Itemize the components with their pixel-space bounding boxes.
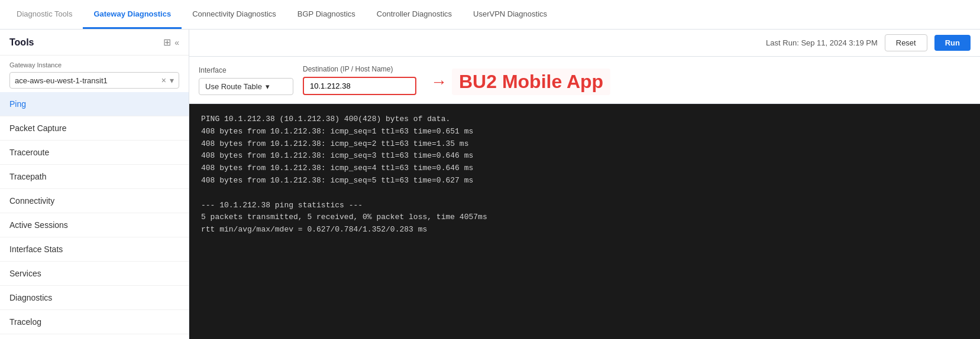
terminal-line: 5 packets transmitted, 5 received, 0% pa… xyxy=(201,211,968,224)
terminal-line xyxy=(201,187,968,200)
collapse-icon[interactable]: « xyxy=(174,38,179,47)
reset-button[interactable]: Reset xyxy=(885,34,927,51)
sidebar-menu: Ping Packet Capture Traceroute Tracepath… xyxy=(0,92,189,339)
sidebar-title: Tools xyxy=(9,37,34,48)
terminal-line: 408 bytes from 10.1.212.38: icmp_seq=1 t… xyxy=(201,126,968,138)
tab-diagnostic-tools[interactable]: Diagnostic Tools xyxy=(6,0,83,29)
interface-value: Use Route Table xyxy=(205,82,262,91)
gateway-instance-label: Gateway Instance xyxy=(9,61,179,69)
tab-controller-diagnostics[interactable]: Controller Diagnostics xyxy=(366,0,462,29)
annotation-container: → BU2 Mobile App xyxy=(431,69,610,95)
sidebar-controls[interactable]: ⊞ « xyxy=(163,37,179,48)
clear-icon[interactable]: × xyxy=(161,76,166,85)
tab-gateway-diagnostics[interactable]: Gateway Diagnostics xyxy=(83,0,182,29)
interface-select[interactable]: Use Route Table ▾ xyxy=(199,78,293,95)
interface-form-group: Interface Use Route Table ▾ xyxy=(199,66,293,95)
run-button[interactable]: Run xyxy=(934,35,971,51)
tab-bgp-diagnostics[interactable]: BGP Diagnostics xyxy=(287,0,366,29)
main-layout: Tools ⊞ « Gateway Instance ace-aws-eu-we… xyxy=(0,30,980,339)
gateway-instance-select[interactable]: ace-aws-eu-west-1-transit1 × ▾ xyxy=(9,72,179,89)
sidebar-header: Tools ⊞ « xyxy=(0,30,189,56)
sidebar-item-interface-stats[interactable]: Interface Stats xyxy=(0,237,189,262)
terminal-line: PING 10.1.212.38 (10.1.212.38) 400(428) … xyxy=(201,113,968,126)
destination-form-group: Destination (IP / Host Name) xyxy=(303,65,416,95)
dropdown-icon[interactable]: ▾ xyxy=(170,76,174,85)
sidebar-item-ping[interactable]: Ping xyxy=(0,92,189,116)
terminal-line: rtt min/avg/max/mdev = 0.627/0.784/1.352… xyxy=(201,224,968,236)
filter-icon[interactable]: ⊞ xyxy=(163,37,171,48)
annotation-arrow: → xyxy=(431,73,447,92)
tab-connectivity-diagnostics[interactable]: Connectivity Diagnostics xyxy=(182,0,287,29)
terminal-line: 408 bytes from 10.1.212.38: icmp_seq=5 t… xyxy=(201,175,968,187)
last-run-value: Sep 11, 2024 3:19 PM xyxy=(801,38,877,47)
sidebar-item-connectivity[interactable]: Connectivity xyxy=(0,189,189,213)
interface-dropdown-icon: ▾ xyxy=(266,82,270,91)
interface-label: Interface xyxy=(199,66,293,74)
destination-label: Destination (IP / Host Name) xyxy=(303,65,416,73)
sidebar-item-tracelog[interactable]: Tracelog xyxy=(0,310,189,334)
last-run-label: Last Run: Sep 11, 2024 3:19 PM xyxy=(766,38,878,47)
gateway-instance-value: ace-aws-eu-west-1-transit1 xyxy=(15,76,161,85)
destination-input[interactable] xyxy=(303,77,416,95)
content-area: Last Run: Sep 11, 2024 3:19 PM Reset Run… xyxy=(189,30,980,339)
form-section: Interface Use Route Table ▾ Destination … xyxy=(189,57,980,104)
terminal-output: PING 10.1.212.38 (10.1.212.38) 400(428) … xyxy=(189,104,980,339)
top-navigation: Diagnostic Tools Gateway Diagnostics Con… xyxy=(0,0,980,30)
terminal-line: --- 10.1.212.38 ping statistics --- xyxy=(201,200,968,212)
tab-uservpn-diagnostics[interactable]: UserVPN Diagnostics xyxy=(462,0,558,29)
content-toolbar: Last Run: Sep 11, 2024 3:19 PM Reset Run xyxy=(189,30,980,57)
sidebar-item-active-sessions[interactable]: Active Sessions xyxy=(0,213,189,237)
sidebar-item-traceroute[interactable]: Traceroute xyxy=(0,141,189,165)
sidebar-item-services[interactable]: Services xyxy=(0,262,189,286)
terminal-line: 408 bytes from 10.1.212.38: icmp_seq=4 t… xyxy=(201,162,968,175)
sidebar: Tools ⊞ « Gateway Instance ace-aws-eu-we… xyxy=(0,30,189,339)
terminal-line: 408 bytes from 10.1.212.38: icmp_seq=3 t… xyxy=(201,150,968,162)
sidebar-item-tracepath[interactable]: Tracepath xyxy=(0,165,189,189)
terminal-line: 408 bytes from 10.1.212.38: icmp_seq=2 t… xyxy=(201,138,968,151)
sidebar-item-diagnostics[interactable]: Diagnostics xyxy=(0,286,189,310)
gateway-instance-section: Gateway Instance ace-aws-eu-west-1-trans… xyxy=(0,56,189,92)
annotation-label: BU2 Mobile App xyxy=(452,69,610,95)
gateway-instance-actions: × ▾ xyxy=(161,76,174,85)
sidebar-item-packet-capture[interactable]: Packet Capture xyxy=(0,116,189,141)
